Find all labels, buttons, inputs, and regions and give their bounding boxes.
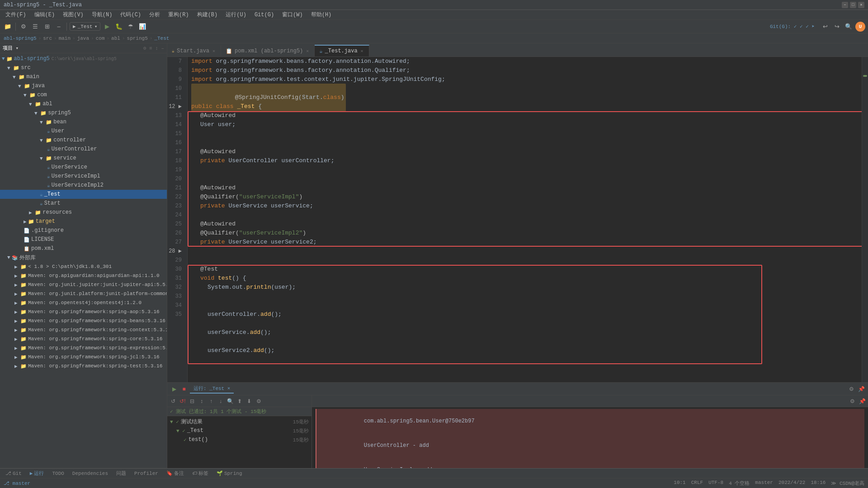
tree-item-external-libs[interactable]: ▼ 📚 外部库	[0, 253, 167, 262]
menu-window[interactable]: 窗口(W)	[278, 10, 307, 19]
tree-item-spring-test[interactable]: ▶ 📁 Maven: org.springframework:spring-te…	[0, 361, 167, 371]
tree-item-spring-beans[interactable]: ▶ 📁 Maven: org.springframework:spring-be…	[0, 316, 167, 325]
console-pin-button[interactable]: 📌	[858, 397, 866, 405]
breadcrumb-item-main[interactable]: main	[59, 36, 71, 41]
profile-button[interactable]: 📊	[137, 22, 147, 32]
tree-item-controller[interactable]: ▼ 📁 controller	[0, 136, 167, 145]
breadcrumb-item-spring5[interactable]: spring5	[127, 36, 148, 41]
test-method-item[interactable]: ✓ test() 15毫秒	[167, 435, 311, 444]
tree-item-target[interactable]: ▶ 📁 target	[0, 217, 167, 226]
minimize-panel-button[interactable]: –	[54, 22, 64, 32]
menu-refactor[interactable]: 重构(R)	[165, 10, 193, 19]
menu-view[interactable]: 视图(V)	[59, 10, 87, 19]
tree-item-spring-core[interactable]: ▶ 📁 Maven: org.springframework:spring-co…	[0, 334, 167, 343]
up-button[interactable]: ↑	[207, 397, 215, 405]
tree-item-bean[interactable]: ▼ 📁 bean	[0, 117, 167, 127]
run-failed-button[interactable]: ↺!	[179, 397, 187, 405]
tree-item-jdk[interactable]: ▶ 📁 < 1.8 > C:\path\jdk1.8.0_301	[0, 262, 167, 271]
undo-button[interactable]: ↩	[820, 22, 830, 32]
tree-item-license[interactable]: 📄 LICENSE	[0, 235, 167, 244]
tree-item-service-folder[interactable]: ▼ 📁 service	[0, 154, 167, 163]
code-editor[interactable]: 7 8 9 10 11 12 ▶ 13 14 15 16 17 18 19 20…	[167, 57, 868, 382]
filter-button[interactable]: ⊟	[188, 397, 196, 405]
more-options-button[interactable]: ⚙	[255, 397, 263, 405]
code-content[interactable]: import org.springframework.beans.factory…	[188, 57, 862, 382]
run-stop-button[interactable]: ■	[180, 385, 188, 393]
sort-button[interactable]: ↕	[198, 397, 206, 405]
breadcrumb-item-src[interactable]: src	[43, 36, 52, 41]
debug-button[interactable]: 🐛	[114, 22, 124, 32]
console-settings-button[interactable]: ⚙	[848, 397, 856, 405]
tree-item-usercontroller[interactable]: ☕ UserController	[0, 145, 167, 154]
btab-problems[interactable]: 问题	[113, 469, 130, 478]
run-tab[interactable]: 运行: _Test ×	[190, 384, 234, 394]
tree-item-src[interactable]: ▼ 📁 src	[0, 63, 167, 72]
menu-navigate[interactable]: 导航(N)	[88, 10, 116, 19]
tree-item-abl[interactable]: ▼ 📁 abl	[0, 99, 167, 108]
export-button[interactable]: ⬆	[236, 397, 244, 405]
layout-button2[interactable]: ⊞	[42, 22, 52, 32]
maximize-button[interactable]: □	[850, 2, 856, 8]
tree-item-com[interactable]: ▼ 📁 com	[0, 90, 167, 99]
tab-test-java[interactable]: ☕ _Test.java ✕	[315, 45, 369, 56]
run-config-selector[interactable]: ▶ _Test ▾	[70, 22, 100, 31]
menu-analyze[interactable]: 分析	[146, 10, 164, 19]
menu-code[interactable]: 代码(C)	[117, 10, 145, 19]
btab-tags[interactable]: 🏷 标签	[189, 469, 212, 478]
tree-item-spring-jcl[interactable]: ▶ 📁 Maven: org.springframework:spring-jc…	[0, 352, 167, 361]
menu-build[interactable]: 构建(B)	[193, 10, 222, 19]
menu-file[interactable]: 文件(F)	[2, 10, 30, 19]
tab-close-pom[interactable]: ✕	[305, 48, 310, 54]
redo-button[interactable]: ↪	[832, 22, 842, 32]
search-button[interactable]: 🔍	[844, 22, 854, 32]
tree-item-main[interactable]: ▼ 📁 main	[0, 72, 167, 81]
breadcrumb-item-test[interactable]: _Test	[154, 36, 169, 41]
layout-button[interactable]: ☰	[30, 22, 40, 32]
btab-todo[interactable]: TODO	[48, 470, 67, 477]
rerun-button[interactable]: ↺	[169, 397, 177, 405]
menu-edit[interactable]: 编辑(E)	[31, 10, 59, 19]
tree-item-pomxml[interactable]: 📋 pom.xml	[0, 244, 167, 253]
minimize-button[interactable]: –	[842, 2, 848, 8]
pin-run-button[interactable]: 📌	[857, 385, 865, 393]
tree-item-userservice[interactable]: ☕ UserService	[0, 163, 167, 172]
import-button[interactable]: ⬇	[245, 397, 253, 405]
tab-start-java[interactable]: ☕ Start.java ✕	[167, 45, 221, 56]
run-restart-button[interactable]: ▶	[170, 385, 178, 393]
tree-item-start[interactable]: ☕ Start	[0, 199, 167, 208]
tree-item-spring-expr[interactable]: ▶ 📁 Maven: org.springframework:spring-ex…	[0, 343, 167, 352]
menu-run[interactable]: 运行(U)	[222, 10, 250, 19]
btab-profiler[interactable]: Profiler	[131, 470, 162, 477]
tree-item-userserviceimpl[interactable]: ☕ UserServiceImpl	[0, 172, 167, 181]
tree-item-resources[interactable]: ▶ 📁 resources	[0, 208, 167, 217]
btab-dependencies[interactable]: Dependencies	[69, 470, 112, 477]
tree-item-userserviceimpl2[interactable]: ☕ UserServiceImpl2	[0, 181, 167, 190]
tree-item-user[interactable]: ☕ User	[0, 127, 167, 136]
menu-help[interactable]: 帮助(H)	[307, 10, 335, 19]
breadcrumb-item-com[interactable]: com	[96, 36, 105, 41]
tree-item-gitignore[interactable]: 📄 .gitignore	[0, 226, 167, 235]
btab-spring[interactable]: 🌱 Spring	[213, 469, 246, 477]
down-button[interactable]: ↓	[217, 397, 225, 405]
tree-item-spring-context[interactable]: ▶ 📁 Maven: org.springframework:spring-co…	[0, 325, 167, 334]
breadcrumb-item-java[interactable]: java	[77, 36, 89, 41]
test-class-item[interactable]: ▼ ✓ _Test 15毫秒	[167, 426, 311, 435]
btab-git[interactable]: ⎇ Git	[2, 469, 25, 477]
test-results-root[interactable]: ▼ ✓ 测试结果 15毫秒	[167, 417, 311, 426]
search-tests-button[interactable]: 🔍	[226, 397, 234, 405]
settings-run-button[interactable]: ⚙	[847, 385, 855, 393]
tab-pom-xml[interactable]: 📋 pom.xml (abl-spring5) ✕	[221, 45, 315, 56]
tree-item-project[interactable]: ▼ 📁 abl-spring5 C:\work\java\abl-spring5	[0, 54, 167, 63]
tree-item-java[interactable]: ▼ 📁 java	[0, 81, 167, 90]
breadcrumb-item-project[interactable]: abl-spring5	[4, 36, 37, 41]
menu-git[interactable]: Git(G)	[251, 11, 278, 19]
tree-item-opentest4j[interactable]: ▶ 📁 Maven: org.opentest4j:opentest4j:1.2…	[0, 298, 167, 307]
tree-item-test[interactable]: ☕ _Test	[0, 190, 167, 199]
btab-run[interactable]: ▶ 运行	[26, 469, 48, 478]
btab-bookmarks[interactable]: 🔖 备注	[163, 469, 188, 478]
run-button[interactable]: ▶	[102, 22, 112, 32]
settings-button[interactable]: ⚙	[19, 22, 28, 32]
project-view-button[interactable]: 📁	[3, 22, 13, 32]
tree-item-junit-platform[interactable]: ▶ 📁 Maven: org.junit.platform:junit-plat…	[0, 289, 167, 298]
tree-item-junit-api[interactable]: ▶ 📁 Maven: org.junit.jupiter:junit-jupit…	[0, 280, 167, 289]
